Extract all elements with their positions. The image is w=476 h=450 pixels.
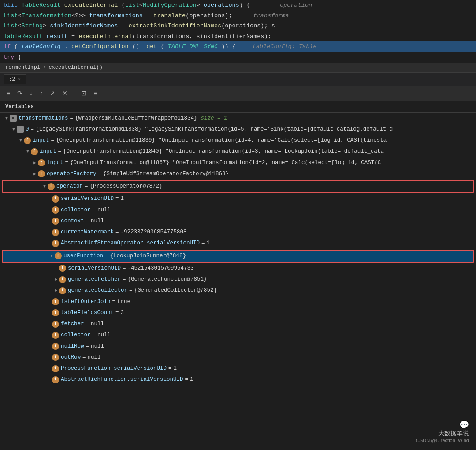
userfunction-redbox-container: f userFunction = {LookupJoinRunner@7848}: [2, 250, 474, 262]
var-name: collector: [61, 206, 91, 215]
field-icon: f: [52, 195, 59, 202]
field-icon: f: [52, 309, 59, 316]
field-icon: f: [52, 376, 59, 383]
tree-item-abstract-serial[interactable]: f AbstractUdfStreamOperator.serialVersio…: [0, 238, 476, 249]
var-name: 0: [26, 125, 29, 134]
tree-item-input-1[interactable]: f input = {OneInputTransformation@11839}…: [0, 135, 476, 146]
toolbar-btn-step-over[interactable]: ↷: [15, 88, 25, 98]
var-value: {GeneratedCollector@7852}: [134, 286, 217, 295]
toolbar-btn-step-into[interactable]: ↓: [27, 88, 35, 98]
toolbar-btn-table[interactable]: ⊡: [79, 88, 89, 98]
toolbar-btn-evaluate[interactable]: ✕: [60, 88, 70, 98]
tree-item-fetcher[interactable]: f fetcher = null: [0, 319, 476, 330]
var-name: nullRow: [61, 342, 84, 351]
var-name: generatedCollector: [68, 286, 127, 295]
variables-tree: = transformations = {Wrappers$MutableBuf…: [0, 113, 476, 386]
tree-item-serial-1[interactable]: f serialVersionUID = 1: [0, 193, 476, 204]
tree-item-0[interactable]: = 0 = {LegacySinkTransformation@11838} "…: [0, 124, 476, 135]
tree-item-userfunction[interactable]: f userFunction = {LookupJoinRunner@7848}: [3, 251, 473, 262]
var-value: null: [91, 342, 104, 351]
toolbar-btn-step-out[interactable]: ↑: [37, 88, 45, 98]
arrow-icon: [32, 159, 38, 167]
field-icon: f: [38, 170, 45, 177]
tree-item-outrow[interactable]: f outRow = null: [0, 352, 476, 363]
field-icon: f: [52, 298, 59, 305]
var-name: currentWatermark: [61, 228, 114, 237]
tree-item-nullrow[interactable]: f nullRow = null: [0, 341, 476, 352]
var-value: 1: [190, 375, 193, 384]
tree-item-isleftouterjoin[interactable]: f isLeftOuterJoin = true: [0, 296, 476, 308]
tree-item-tablefieldscount[interactable]: f tableFieldsCount = 3: [0, 308, 476, 319]
field-icon: f: [52, 354, 59, 361]
breadcrumb: ronmentImpl › executeInternal(): [0, 63, 476, 73]
field-icon: f: [59, 265, 66, 272]
var-value: null: [97, 206, 111, 215]
breadcrumb-sep: ›: [43, 64, 46, 71]
var-value: {LookupJoinRunner@7848}: [110, 251, 186, 261]
arrow-icon: [53, 287, 59, 294]
var-name: AbstractRichFunction.serialVersionUID: [61, 375, 183, 384]
tab-item[interactable]: :2 ×: [4, 74, 26, 84]
tree-item-operator[interactable]: f operator = {ProcessOperator@7872}: [3, 181, 473, 192]
var-value: null: [88, 353, 101, 362]
var-name: serialVersionUID: [61, 194, 114, 203]
var-value: 1: [174, 364, 177, 373]
var-name: AbstractUdfStreamOperator.serialVersionU…: [61, 239, 200, 248]
code-line-6: try {: [0, 52, 476, 63]
field-icon: f: [52, 229, 59, 236]
code-line-3: List<String> sinkIdentifierNames = extra…: [0, 21, 476, 31]
tree-item-collector-1[interactable]: f collector = null: [0, 205, 476, 216]
var-value: null: [91, 217, 104, 226]
tree-item-processfunction-serial[interactable]: f ProcessFunction.serialVersionUID = 1: [0, 363, 476, 374]
breadcrumb-part2: executeInternal(): [48, 64, 102, 71]
field-icon: f: [52, 365, 59, 372]
arrow-icon: [32, 170, 38, 178]
var-value: 1: [207, 239, 210, 248]
tree-item-input-2[interactable]: f input = {OneInputTransformation@11840}…: [0, 146, 476, 157]
arrow-icon: [53, 276, 59, 283]
field-icon: f: [24, 137, 31, 144]
field-icon: f: [52, 343, 59, 350]
field-icon: f: [31, 148, 38, 155]
arrow-icon: [48, 252, 55, 260]
toolbar-btn-menu[interactable]: ≡: [4, 88, 12, 98]
tree-item-collector-2[interactable]: f collector = null: [0, 330, 476, 341]
tree-item-watermark[interactable]: f currentWatermark = -922337203685477580…: [0, 227, 476, 238]
tree-item-input-3[interactable]: f input = {OneInputTransformation@11867}…: [0, 158, 476, 169]
var-name: userFunction: [63, 251, 103, 261]
toolbar-btn-more[interactable]: ≡: [91, 88, 99, 98]
code-line-5: if ( tableConfig . getConfiguration (). …: [0, 41, 476, 52]
var-name: serialVersionUID: [68, 264, 121, 273]
var-name: operator: [56, 182, 83, 191]
debugger-toolbar: ≡ ↷ ↓ ↑ ↗ ✕ ⊡ ≡: [0, 86, 476, 101]
var-name: generatedFetcher: [68, 275, 121, 284]
field-icon: f: [48, 183, 55, 190]
tree-item-generatedcollector[interactable]: f generatedCollector = {GeneratedCollect…: [0, 285, 476, 296]
tab-bar: :2 ×: [0, 73, 476, 86]
code-editor: blic TableResult executeInternal (List<M…: [0, 0, 476, 63]
arrow-icon: [11, 126, 17, 133]
var-name: input: [40, 147, 56, 156]
var-value: {LegacySinkTransformation@11838} "Legacy…: [36, 125, 393, 134]
var-value: null: [91, 319, 104, 329]
tree-item-context[interactable]: f context = null: [0, 216, 476, 227]
arrow-icon: [4, 115, 10, 122]
var-value: true: [117, 297, 130, 307]
tree-item-operatorfactory[interactable]: f operatorFactory = {SimpleUdfStreamOper…: [0, 169, 476, 180]
field-icon: f: [52, 332, 59, 339]
var-value: {GeneratedFunction@7851}: [128, 275, 207, 284]
tree-item-transformations[interactable]: = transformations = {Wrappers$MutableBuf…: [0, 113, 476, 124]
code-text: try {: [4, 52, 22, 62]
var-name: tableFieldsCount: [61, 308, 114, 318]
tree-item-serial-2[interactable]: f serialVersionUID = -452154301570996473…: [0, 263, 476, 274]
tab-close-button[interactable]: ×: [18, 77, 21, 82]
tree-item-abstractrichfunction-serial[interactable]: f AbstractRichFunction.serialVersionUID …: [0, 374, 476, 385]
tree-item-generatedfetcher[interactable]: f generatedFetcher = {GeneratedFunction@…: [0, 274, 476, 285]
variables-panel: Variables = transformations = {Wrappers$…: [0, 101, 476, 386]
toolbar-btn-run-to-cursor[interactable]: ↗: [48, 88, 57, 98]
field-icon: f: [52, 218, 59, 225]
var-name: input: [47, 158, 63, 168]
var-name: collector: [61, 330, 91, 340]
toolbar-divider: [74, 89, 74, 98]
var-value: 3: [121, 308, 124, 318]
